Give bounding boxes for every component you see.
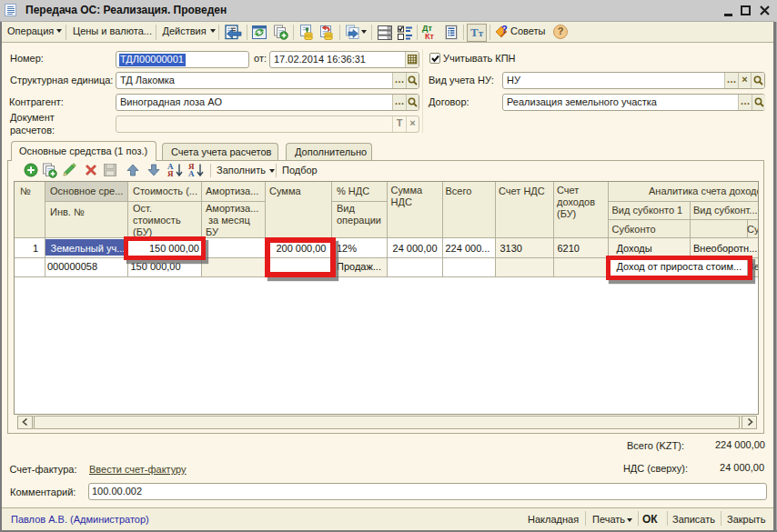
svg-text:?: ? (501, 25, 508, 35)
